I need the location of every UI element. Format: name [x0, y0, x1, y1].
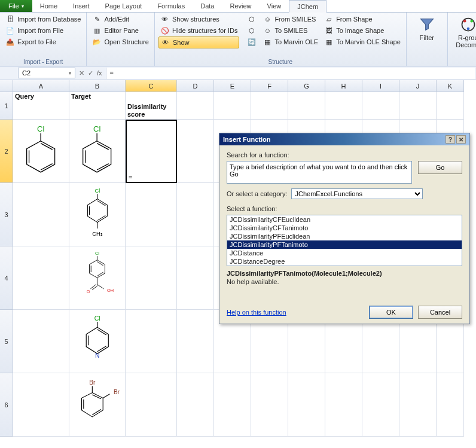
cell-A5[interactable]: [13, 310, 69, 373]
cell-C1[interactable]: Dissimilarity score: [126, 92, 177, 120]
function-list[interactable]: JCDissimilarityCFEuclidean JCDissimilari…: [227, 215, 462, 266]
list-item[interactable]: JCDistance: [227, 249, 462, 257]
name-box[interactable]: C2 ▾: [18, 68, 75, 78]
search-input[interactable]: Type a brief description of what you wan…: [227, 161, 412, 184]
cell[interactable]: [288, 373, 325, 437]
col-header[interactable]: F: [251, 80, 288, 92]
cell-C5[interactable]: [126, 310, 177, 373]
cell[interactable]: [399, 92, 437, 120]
cell[interactable]: [214, 373, 251, 437]
col-header[interactable]: E: [214, 80, 251, 92]
cell[interactable]: [325, 92, 362, 120]
cell-A2[interactable]: Cl: [13, 120, 69, 183]
cell[interactable]: [177, 92, 214, 120]
show-button[interactable]: 👁Show: [158, 36, 239, 48]
to-smiles-button[interactable]: ☺To SMILES: [261, 25, 320, 36]
tab-formulas[interactable]: Formulas: [149, 0, 193, 12]
export-to-file-button[interactable]: 📤Export to File: [4, 36, 83, 47]
cell-A6[interactable]: [13, 373, 69, 437]
cell-C2[interactable]: =: [126, 120, 177, 183]
formula-input[interactable]: [106, 68, 475, 79]
list-item[interactable]: JCDissimilarityCFEuclidean: [227, 215, 462, 224]
accept-formula-icon[interactable]: ✓: [88, 69, 93, 77]
cell-C6[interactable]: [126, 373, 177, 437]
import-from-database-button[interactable]: 🗄Import from Database: [4, 14, 83, 25]
tab-review[interactable]: Review: [222, 0, 259, 12]
import-from-file-button[interactable]: 📄Import from File: [4, 25, 83, 36]
go-button[interactable]: Go: [418, 161, 462, 174]
row-header[interactable]: 2: [0, 120, 13, 183]
col-header[interactable]: I: [362, 80, 399, 92]
col-header[interactable]: J: [399, 80, 437, 92]
cell-A3[interactable]: [13, 183, 69, 246]
to-ole-shape-button[interactable]: ▦To Marvin OLE Shape: [322, 36, 402, 47]
hide-structures-button[interactable]: 🚫Hide structures for IDs: [158, 25, 239, 36]
cell-B1[interactable]: Target: [69, 92, 126, 120]
cell[interactable]: [177, 120, 214, 183]
ok-button[interactable]: OK: [369, 306, 413, 319]
list-item[interactable]: JCDissimilarityPFEuclidean: [227, 232, 462, 240]
tab-page-layout[interactable]: Page Layout: [97, 0, 150, 12]
select-all-corner[interactable]: [0, 80, 13, 92]
cell[interactable]: [437, 373, 464, 437]
cell-B6[interactable]: BrBr: [69, 373, 126, 437]
cell-C4[interactable]: [126, 246, 177, 310]
to-marvin-ole-button[interactable]: ▦To Marvin OLE: [261, 36, 320, 47]
cell[interactable]: [362, 92, 399, 120]
row-header[interactable]: 1: [0, 92, 13, 120]
col-header[interactable]: K: [437, 80, 464, 92]
row-header[interactable]: 5: [0, 310, 13, 373]
fx-icon[interactable]: fx: [97, 69, 102, 77]
convert-icon-2[interactable]: ⬡: [245, 25, 258, 36]
help-button[interactable]: ?: [446, 135, 455, 144]
file-tab[interactable]: File▾: [0, 0, 32, 12]
help-link[interactable]: Help on this function: [227, 309, 286, 316]
dialog-titlebar[interactable]: Insert Function ? ✕: [219, 133, 469, 145]
tab-view[interactable]: View: [260, 0, 289, 12]
cell[interactable]: [214, 92, 251, 120]
cell[interactable]: [251, 373, 288, 437]
col-header[interactable]: H: [325, 80, 362, 92]
cell[interactable]: [251, 92, 288, 120]
cell[interactable]: [177, 183, 214, 246]
category-select[interactable]: JChemExcel.Functions: [291, 188, 423, 199]
list-item[interactable]: JCDominantTautomerCount: [227, 266, 462, 266]
cancel-formula-icon[interactable]: ✕: [79, 69, 84, 77]
editor-pane-button[interactable]: ▥Editor Pane: [90, 25, 151, 36]
cell-B4[interactable]: ClOOH: [69, 246, 126, 310]
from-shape-button[interactable]: ▱From Shape: [322, 14, 402, 25]
cell[interactable]: [362, 373, 399, 437]
col-header[interactable]: G: [288, 80, 325, 92]
cell-B3[interactable]: ClCH₃: [69, 183, 126, 246]
tab-home[interactable]: Home: [32, 0, 65, 12]
cancel-button[interactable]: Cancel: [418, 306, 462, 319]
col-header[interactable]: A: [13, 80, 69, 92]
list-item-selected[interactable]: JCDissimilarityPFTanimoto: [227, 240, 462, 249]
list-item[interactable]: JCDistanceDegree: [227, 257, 462, 266]
row-header[interactable]: 6: [0, 373, 13, 437]
list-item[interactable]: JCDissimilarityCFTanimoto: [227, 224, 462, 232]
rgroup-button[interactable]: R-grou Decomp: [451, 14, 476, 48]
col-header[interactable]: D: [177, 80, 214, 92]
cell[interactable]: [288, 92, 325, 120]
cell[interactable]: [177, 246, 214, 310]
open-structure-button[interactable]: 📂Open Structure: [90, 36, 151, 47]
tab-jchem[interactable]: JChem: [289, 0, 327, 13]
cell[interactable]: [399, 373, 437, 437]
col-header[interactable]: C: [126, 80, 177, 92]
close-button[interactable]: ✕: [456, 135, 466, 144]
show-structures-button[interactable]: 👁Show structures: [158, 14, 239, 25]
cell-A4[interactable]: [13, 246, 69, 310]
col-header[interactable]: B: [69, 80, 126, 92]
convert-icon-3[interactable]: 🔄: [245, 36, 258, 47]
cell[interactable]: [325, 373, 362, 437]
row-header[interactable]: 4: [0, 246, 13, 310]
to-image-shape-button[interactable]: 🖼To Image Shape: [322, 25, 402, 36]
cell[interactable]: [177, 310, 214, 373]
tab-insert[interactable]: Insert: [65, 0, 97, 12]
filter-button[interactable]: Filter: [410, 14, 444, 41]
cell[interactable]: [437, 92, 464, 120]
row-header[interactable]: 3: [0, 183, 13, 246]
cell-A1[interactable]: Query: [13, 92, 69, 120]
from-smiles-button[interactable]: ☺From SMILES: [261, 14, 320, 25]
